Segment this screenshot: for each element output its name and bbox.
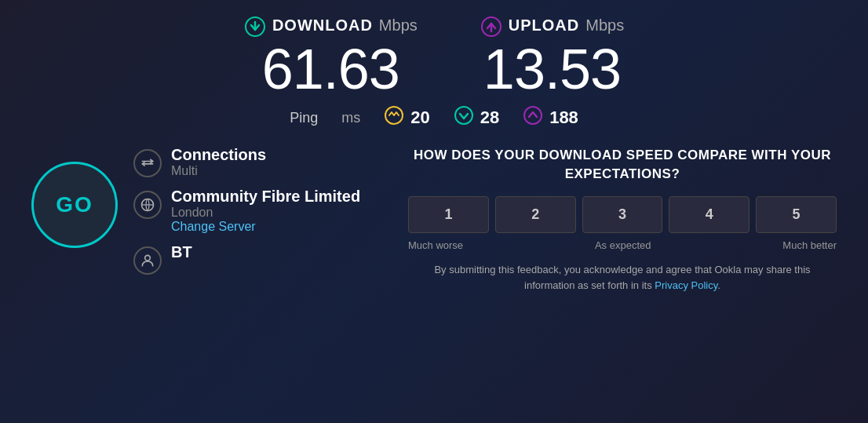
download-label-row: DOWNLOAD Mbps	[244, 16, 418, 38]
isp-row: Community Fibre Limited London Change Se…	[133, 188, 360, 234]
ping-ul-value: 188	[549, 108, 578, 128]
isp-info: Community Fibre Limited London Change Se…	[171, 188, 360, 234]
change-server-link[interactable]: Change Server	[171, 220, 360, 234]
ping-upload: 188	[523, 105, 578, 130]
disclaimer-text: By submitting this feedback, you acknowl…	[434, 264, 810, 292]
privacy-policy-link[interactable]: Privacy Policy	[655, 279, 717, 291]
main-container: DOWNLOAD Mbps 61.63 UPLOAD Mbps 13.53	[0, 0, 868, 423]
isp-location: London	[171, 206, 360, 220]
period: .	[717, 279, 720, 291]
download-icon	[244, 16, 266, 38]
rating-section: 1 2 3 4 5 Much worse As expected Much be…	[408, 196, 837, 251]
download-value: 61.63	[262, 41, 399, 97]
upload-value: 13.53	[483, 41, 621, 97]
feedback-disclaimer: By submitting this feedback, you acknowl…	[408, 262, 837, 295]
right-panel: HOW DOES YOUR DOWNLOAD SPEED COMPARE WIT…	[392, 146, 837, 294]
upload-unit: Mbps	[585, 16, 624, 35]
label-much-worse: Much worse	[408, 239, 463, 251]
ping-jitter: 20	[384, 105, 429, 130]
svg-point-6	[524, 107, 542, 124]
rating-buttons: 1 2 3 4 5	[408, 196, 837, 233]
upload-icon	[480, 16, 502, 38]
rating-btn-5[interactable]: 5	[756, 196, 837, 233]
left-panel: GO Connections	[31, 146, 361, 294]
svg-point-5	[455, 107, 472, 124]
upload-label-row: UPLOAD Mbps	[480, 16, 624, 38]
feedback-title: HOW DOES YOUR DOWNLOAD SPEED COMPARE WIT…	[408, 146, 837, 184]
ping-label: Ping	[290, 110, 318, 126]
ping-dl-value: 28	[480, 108, 499, 128]
ping-download: 28	[454, 105, 499, 130]
download-text: DOWNLOAD	[272, 16, 373, 35]
go-button-container: GO	[31, 146, 118, 248]
isp-name: Community Fibre Limited	[171, 188, 360, 206]
go-label: GO	[56, 192, 93, 217]
jitter-value: 20	[410, 108, 429, 128]
upload-text: UPLOAD	[509, 16, 579, 35]
ping-unit: ms	[341, 110, 360, 126]
user-row: BT	[133, 243, 360, 275]
download-unit: Mbps	[379, 16, 418, 35]
rating-labels: Much worse As expected Much better	[408, 239, 837, 251]
user-icon	[133, 246, 162, 275]
svg-point-11	[145, 255, 151, 261]
rating-btn-3[interactable]: 3	[582, 196, 663, 233]
ping-dl-icon	[454, 105, 474, 130]
jitter-icon	[384, 105, 404, 130]
rating-btn-1[interactable]: 1	[408, 196, 489, 233]
user-name: BT	[171, 243, 192, 261]
label-as-expected: As expected	[595, 239, 651, 251]
label-much-better: Much better	[782, 239, 837, 251]
connections-value: Multi	[171, 164, 266, 178]
rating-btn-4[interactable]: 4	[669, 196, 749, 233]
connections-row: Connections Multi	[133, 146, 360, 178]
user-info: BT	[171, 243, 192, 261]
speed-section: DOWNLOAD Mbps 61.63 UPLOAD Mbps 13.53	[31, 16, 837, 97]
upload-block: UPLOAD Mbps 13.53	[480, 16, 624, 97]
connections-title: Connections	[171, 146, 266, 164]
ping-section: Ping ms 20 28	[31, 105, 837, 130]
bottom-section: GO Connections	[31, 146, 837, 294]
ping-ul-icon	[523, 105, 543, 130]
server-info: Connections Multi Community Fibre	[133, 146, 360, 281]
rating-btn-2[interactable]: 2	[495, 196, 576, 233]
connections-icon	[133, 149, 162, 177]
go-button[interactable]: GO	[31, 162, 118, 248]
connections-info: Connections Multi	[171, 146, 266, 178]
download-block: DOWNLOAD Mbps 61.63	[244, 16, 418, 97]
globe-icon	[133, 191, 162, 219]
